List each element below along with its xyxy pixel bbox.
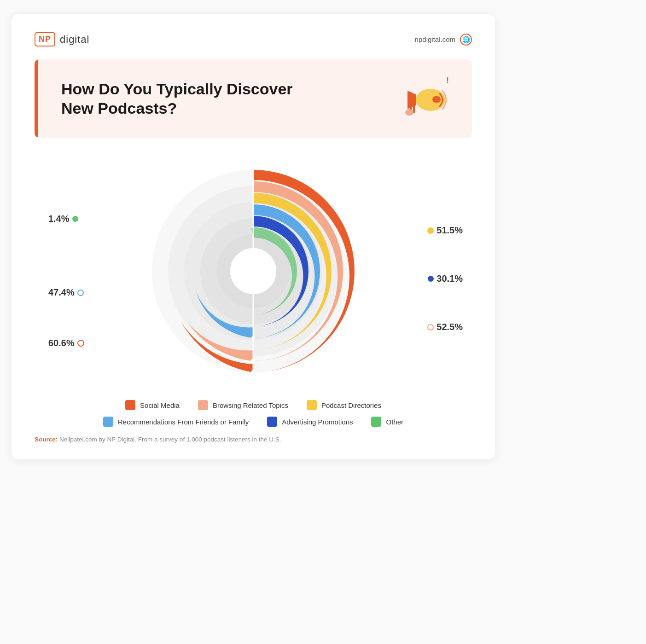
legend-swatch-other [371, 417, 381, 427]
label-47-4: 47.4% [48, 287, 84, 298]
label-60-6: 60.6% [48, 338, 84, 348]
legend-directories: Podcast Directories [307, 400, 381, 410]
main-card: NP digital npdigital.com 🌐 How Do You Ty… [12, 14, 495, 459]
svg-point-18 [251, 336, 255, 340]
svg-rect-2 [432, 96, 441, 103]
svg-text:!: ! [446, 76, 449, 85]
chart-title: How Do You Typically Discover New Podcas… [61, 79, 293, 118]
svg-point-0 [416, 89, 445, 111]
header-banner: How Do You Typically Discover New Podcas… [35, 59, 472, 138]
label-51-5: 51.5% [427, 225, 463, 236]
svg-point-19 [251, 269, 255, 273]
source-line: Source: Neilpatel.com by NP Digital. Fro… [35, 436, 472, 443]
logo-digital: digital [60, 34, 89, 46]
orange-accent-bar [35, 59, 38, 138]
logo-np: NP [35, 32, 55, 46]
label-30-1: 30.1% [428, 273, 463, 284]
legend-advertising: Advertising Promotions [267, 417, 353, 427]
legend-row-1: Social Media Browsing Related Topics Pod… [125, 400, 381, 410]
source-label: Source: [35, 436, 58, 443]
legend-label-advertising: Advertising Promotions [282, 418, 353, 426]
legend-label-directories: Podcast Directories [321, 401, 381, 409]
logo-area: NP digital [35, 32, 90, 46]
megaphone-illustration: ! [403, 73, 454, 124]
legend-swatch-directories [307, 400, 317, 410]
legend-swatch-recommendations [103, 417, 113, 427]
site-url: npdigital.com [415, 35, 455, 43]
right-brand: npdigital.com 🌐 [415, 34, 472, 46]
legend-label-social: Social Media [140, 401, 180, 409]
legend-section: Social Media Browsing Related Topics Pod… [35, 400, 472, 427]
legend-label-browsing: Browsing Related Topics [213, 401, 288, 409]
legend-label-recommendations: Recommendations From Friends or Family [118, 418, 249, 426]
svg-point-6 [405, 109, 413, 116]
legend-other: Other [371, 417, 403, 427]
legend-social-media: Social Media [125, 400, 180, 410]
chart-section: 1.4% 47.4% 60.6% [35, 151, 472, 391]
legend-swatch-browsing [198, 400, 208, 410]
label-1-4: 1.4% [48, 214, 78, 224]
source-text: Neilpatel.com by NP Digital. From a surv… [59, 436, 281, 443]
top-bar: NP digital npdigital.com 🌐 [35, 32, 472, 46]
donut-chart [143, 161, 364, 382]
label-52-5: 52.5% [427, 322, 463, 332]
legend-swatch-social [125, 400, 135, 410]
globe-icon: 🌐 [460, 34, 472, 46]
svg-point-16 [251, 370, 256, 375]
svg-point-17 [251, 359, 256, 363]
legend-swatch-advertising [267, 417, 277, 427]
legend-label-other: Other [386, 418, 403, 426]
legend-browsing: Browsing Related Topics [198, 400, 288, 410]
legend-recommendations: Recommendations From Friends or Family [103, 417, 249, 427]
legend-row-2: Recommendations From Friends or Family A… [103, 417, 403, 427]
